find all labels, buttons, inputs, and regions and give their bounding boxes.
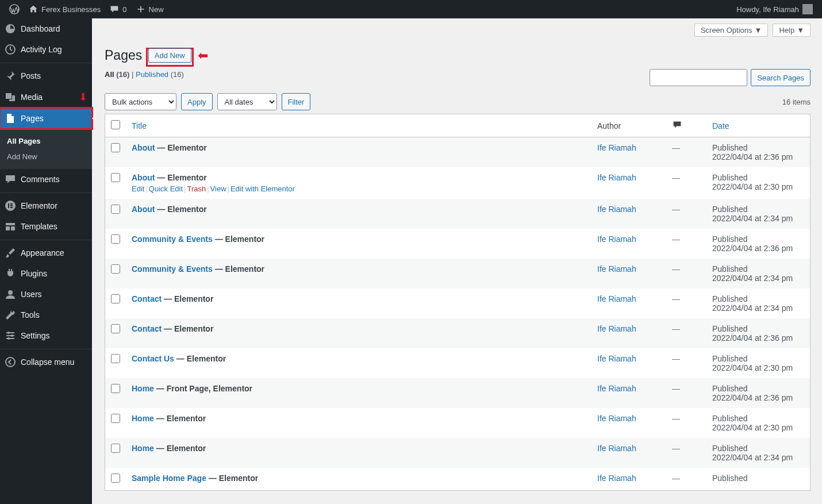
sidebar-item-pages[interactable]: Pages <box>0 108 92 129</box>
post-state: — Front Page, Elementor <box>156 384 252 393</box>
row-checkbox[interactable] <box>111 474 120 483</box>
comments-count: 0 <box>122 5 126 14</box>
site-name-link[interactable]: Ferex Businesses <box>24 0 105 18</box>
sidebar-item-comments[interactable]: Comments <box>0 169 92 190</box>
sidebar-item-tools[interactable]: Tools <box>0 305 92 325</box>
wp-logo[interactable] <box>5 0 24 18</box>
no-comments-dash: — <box>672 414 680 423</box>
svg-rect-4 <box>10 203 13 205</box>
sidebar-item-elementor[interactable]: Elementor <box>0 195 92 216</box>
row-checkbox[interactable] <box>111 234 120 244</box>
my-account-link[interactable]: Howdy, Ife Riamah <box>732 0 817 18</box>
page-title-link[interactable]: Community & Events <box>132 234 213 244</box>
author-link[interactable]: Ife Riamah <box>597 324 636 333</box>
post-state: — Elementor <box>156 444 206 453</box>
row-checkbox[interactable] <box>111 205 120 214</box>
filter-published-link[interactable]: Published (16) <box>136 70 184 79</box>
row-checkbox[interactable] <box>111 354 120 363</box>
post-state: — Elementor <box>215 234 264 244</box>
sidebar-item-settings[interactable]: Settings <box>0 325 92 346</box>
author-link[interactable]: Ife Riamah <box>597 354 636 363</box>
sidebar-sub-all-pages[interactable]: All Pages <box>0 133 92 149</box>
sidebar-item-plugins[interactable]: Plugins <box>0 263 92 284</box>
author-link[interactable]: Ife Riamah <box>597 474 636 483</box>
svg-rect-6 <box>10 207 13 208</box>
apply-button[interactable]: Apply <box>181 93 213 110</box>
row-checkbox[interactable] <box>111 294 120 303</box>
author-link[interactable]: Ife Riamah <box>597 384 636 393</box>
quick-edit-link[interactable]: Quick Edit <box>149 184 183 193</box>
row-checkbox[interactable] <box>111 414 120 423</box>
author-link[interactable]: Ife Riamah <box>597 143 636 152</box>
elementor-icon <box>5 200 16 211</box>
page-title-link[interactable]: Home <box>132 444 154 453</box>
comment-icon <box>110 5 119 14</box>
content-area: Screen Options ▼ Help ▼ Pages Add New ⬅ … <box>92 0 822 491</box>
page-title-link[interactable]: Home <box>132 384 154 393</box>
page-title-link[interactable]: Contact Us <box>132 354 174 363</box>
sidebar-item-posts[interactable]: Posts <box>0 66 92 86</box>
page-title-link[interactable]: About <box>132 173 155 182</box>
date-cell: Published2022/04/04 at 2:34 pm <box>706 199 810 229</box>
table-row: Community & Events — ElementorIfe Riamah… <box>105 229 810 259</box>
date-filter-select[interactable]: All dates <box>217 93 277 110</box>
author-link[interactable]: Ife Riamah <box>597 234 636 244</box>
edit-link[interactable]: Edit <box>132 184 144 193</box>
row-checkbox[interactable] <box>111 384 120 393</box>
search-input[interactable] <box>650 69 747 86</box>
author-link[interactable]: Ife Riamah <box>597 444 636 453</box>
screen-options-button[interactable]: Screen Options ▼ <box>694 24 768 37</box>
bulk-actions-select[interactable]: Bulk actions <box>105 93 176 110</box>
date-cell: Published2022/04/04 at 2:36 pm <box>706 229 810 259</box>
sidebar-item-appearance[interactable]: Appearance <box>0 243 92 263</box>
column-date-sort[interactable]: Date <box>712 121 729 130</box>
trash-link[interactable]: Trash <box>187 184 206 193</box>
no-comments-dash: — <box>672 294 680 303</box>
column-title-sort[interactable]: Title <box>132 121 147 130</box>
edit-elementor-link[interactable]: Edit with Elementor <box>231 184 295 193</box>
row-checkbox[interactable] <box>111 264 120 274</box>
author-link[interactable]: Ife Riamah <box>597 294 636 303</box>
author-link[interactable]: Ife Riamah <box>597 205 636 214</box>
sidebar-collapse[interactable]: Collapse menu <box>0 352 92 372</box>
select-all-checkbox[interactable] <box>111 120 120 129</box>
page-title-link[interactable]: Contact <box>132 324 162 333</box>
new-label: New <box>149 5 164 14</box>
plug-icon <box>5 268 16 279</box>
comment-icon <box>672 120 682 129</box>
page-title-link[interactable]: Home <box>132 414 154 423</box>
date-cell: Published2022/04/04 at 2:30 pm <box>706 408 810 438</box>
author-link[interactable]: Ife Riamah <box>597 173 636 182</box>
post-state: — Elementor <box>156 414 206 423</box>
sidebar-item-media[interactable]: Media ⬇ <box>0 86 92 108</box>
row-checkbox[interactable] <box>111 143 120 152</box>
new-content-link[interactable]: New <box>132 0 168 18</box>
row-checkbox[interactable] <box>111 173 120 182</box>
page-title-link[interactable]: Community & Events <box>132 264 213 274</box>
filter-button[interactable]: Filter <box>282 93 311 110</box>
wrench-icon <box>5 309 16 321</box>
pages-icon <box>5 113 16 124</box>
comments-link[interactable]: 0 <box>105 0 131 18</box>
post-state: — Elementor <box>164 324 213 333</box>
filter-all-link[interactable]: All (16) <box>105 70 129 79</box>
sidebar-item-dashboard[interactable]: Dashboard <box>0 18 92 39</box>
view-link[interactable]: View <box>210 184 226 193</box>
screen-meta-links: Screen Options ▼ Help ▼ <box>92 18 822 37</box>
sidebar-item-activity[interactable]: Activity Log <box>0 39 92 60</box>
sidebar-item-users[interactable]: Users <box>0 284 92 305</box>
row-checkbox[interactable] <box>111 444 120 453</box>
page-title-link[interactable]: Contact <box>132 294 162 303</box>
search-button[interactable]: Search Pages <box>751 69 811 86</box>
help-button[interactable]: Help ▼ <box>773 24 811 37</box>
row-checkbox[interactable] <box>111 324 120 333</box>
page-title-link[interactable]: About <box>132 205 155 214</box>
author-link[interactable]: Ife Riamah <box>597 264 636 274</box>
page-title-link[interactable]: About <box>132 143 155 152</box>
add-new-button[interactable]: Add New <box>148 48 191 63</box>
media-icon <box>5 91 16 103</box>
author-link[interactable]: Ife Riamah <box>597 414 636 423</box>
page-title-link[interactable]: Sample Home Page <box>132 474 206 483</box>
sidebar-item-templates[interactable]: Templates <box>0 216 92 237</box>
sidebar-sub-add-new[interactable]: Add New <box>0 149 92 164</box>
